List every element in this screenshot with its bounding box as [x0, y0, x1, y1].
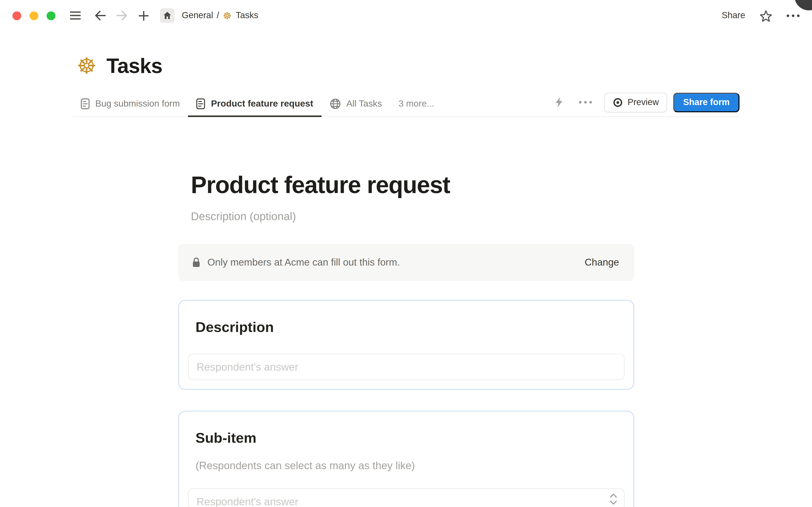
breadcrumb: General / ☸ Tasks	[182, 10, 258, 21]
breadcrumb-workspace[interactable]: General	[182, 10, 213, 21]
home-icon	[163, 11, 172, 20]
select-chevron-icon	[609, 493, 617, 505]
question-hint: (Respondents can select as many as they …	[195, 459, 624, 472]
view-tabbar: Bug submission form Product feature requ…	[72, 91, 740, 117]
dot	[579, 101, 581, 104]
automations-button[interactable]	[552, 95, 567, 110]
hamburger-icon	[70, 11, 80, 20]
tab-label: Product feature request	[211, 98, 313, 109]
back-button[interactable]	[93, 8, 107, 23]
tab-label: Bug submission form	[95, 98, 180, 109]
new-page-button[interactable]	[136, 8, 151, 23]
form-icon	[81, 98, 90, 109]
form-access-notice: Only members at Acme can fill out this f…	[178, 244, 634, 281]
window-controls	[12, 11, 55, 20]
share-form-button[interactable]: Share form	[673, 93, 740, 112]
breadcrumb-separator: /	[217, 10, 219, 21]
preview-button-label: Preview	[628, 97, 659, 107]
dot	[584, 101, 587, 104]
minimize-window-button[interactable]	[30, 11, 39, 20]
access-notice-text: Only members at Acme can fill out this f…	[208, 257, 400, 268]
question-card-description[interactable]: Description	[178, 300, 634, 390]
breadcrumb-page[interactable]: Tasks	[236, 10, 258, 21]
dot	[589, 101, 592, 104]
sidebar-toggle-button[interactable]	[68, 8, 82, 23]
share-button[interactable]: Share	[722, 10, 745, 21]
answer-input-sub-item[interactable]	[188, 488, 624, 507]
tab-bug-submission-form[interactable]: Bug submission form	[72, 91, 188, 116]
tab-product-feature-request[interactable]: Product feature request	[188, 91, 322, 116]
titlebar-actions: Share	[722, 8, 800, 23]
preview-button[interactable]: Preview	[604, 93, 667, 112]
fullscreen-window-button[interactable]	[47, 11, 55, 20]
form-icon	[196, 98, 205, 109]
tab-all-tasks[interactable]: All Tasks	[322, 91, 390, 116]
dot	[787, 14, 789, 17]
page-header: ☸ Tasks	[72, 54, 740, 77]
favorite-button[interactable]	[759, 8, 773, 23]
lock-icon	[192, 257, 200, 268]
page-body: ☸ Tasks Bug submission form	[0, 31, 812, 507]
home-button[interactable]	[160, 8, 175, 23]
form-editor: Product feature request Description (opt…	[178, 171, 634, 507]
page-title[interactable]: Tasks	[106, 54, 162, 77]
view-options-button[interactable]	[579, 101, 592, 104]
view-actions: Preview Share form	[552, 91, 740, 116]
ship-wheel-icon[interactable]: ☸	[76, 55, 97, 77]
tab-label: All Tasks	[346, 98, 382, 109]
eye-icon	[613, 97, 623, 107]
dot	[797, 14, 800, 17]
notion-app-window: General / ☸ Tasks Share ☸ Tasks	[0, 0, 812, 507]
change-access-button[interactable]: Change	[585, 257, 619, 268]
form-title[interactable]: Product feature request	[178, 171, 634, 199]
question-label[interactable]: Sub-item	[195, 430, 624, 446]
arrow-right-icon	[116, 10, 127, 21]
form-description-placeholder[interactable]: Description (optional)	[178, 210, 634, 223]
arrow-left-icon	[94, 10, 106, 21]
question-label[interactable]: Description	[195, 319, 624, 336]
globe-icon	[330, 98, 341, 109]
dot	[792, 14, 794, 17]
lightning-icon	[555, 97, 563, 108]
close-window-button[interactable]	[12, 11, 21, 20]
ship-wheel-icon: ☸	[223, 11, 232, 20]
window-titlebar: General / ☸ Tasks Share	[0, 0, 812, 31]
star-icon	[760, 9, 772, 21]
forward-button[interactable]	[114, 8, 129, 23]
view-tabs: Bug submission form Product feature requ…	[72, 91, 443, 116]
more-tabs-button[interactable]: 3 more...	[390, 91, 443, 116]
more-options-button[interactable]	[787, 14, 800, 17]
plus-icon	[138, 11, 149, 20]
answer-input-description[interactable]	[188, 354, 624, 380]
question-card-sub-item[interactable]: Sub-item (Respondents can select as many…	[178, 410, 634, 507]
